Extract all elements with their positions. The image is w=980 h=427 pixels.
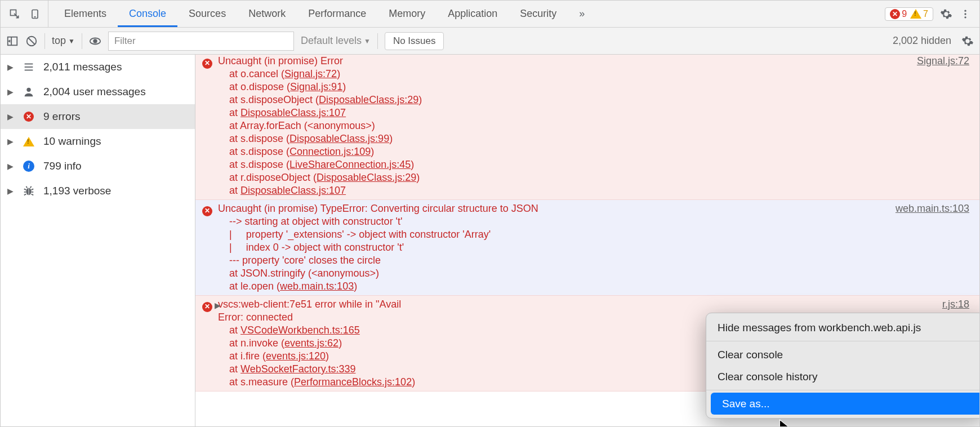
dropdown-triangle-icon: ▼ — [364, 37, 371, 45]
tab-performance[interactable]: Performance — [297, 1, 377, 27]
kebab-icon[interactable] — [959, 8, 972, 20]
stack-link[interactable]: DisposableClass.js:29 — [319, 94, 418, 105]
tab-label: Memory — [389, 8, 425, 20]
stack-link[interactable]: Signal.js:91 — [290, 81, 342, 92]
source-link[interactable]: Signal.js:72 — [917, 55, 969, 68]
svg-point-4 — [964, 13, 966, 15]
console-toolbar: top ▼ Default levels ▼ No Issues 2,002 h… — [1, 28, 979, 55]
user-icon — [22, 85, 35, 99]
tab-sources[interactable]: Sources — [177, 1, 237, 27]
tab-label: Performance — [308, 8, 366, 20]
warning-icon — [22, 135, 35, 148]
stack-link[interactable]: VSCodeWorkbench.ts:165 — [240, 324, 360, 336]
tab-memory[interactable]: Memory — [377, 1, 436, 27]
console-messages: ✕ Signal.js:72 Uncaught (in promise) Err… — [195, 55, 979, 426]
log-levels-selector[interactable]: Default levels ▼ — [301, 35, 371, 47]
stack-link[interactable]: DisposableClass.js:99 — [289, 133, 389, 144]
console-message-error[interactable]: ✕ Signal.js:72 Uncaught (in promise) Err… — [195, 55, 979, 200]
ctx-clear-console[interactable]: Clear console — [706, 344, 979, 366]
svg-point-5 — [964, 16, 966, 18]
stack-link[interactable]: WebSocketFactory.ts:339 — [240, 363, 355, 375]
sidebar-row-user-messages[interactable]: ▶ 2,004 user messages — [1, 79, 195, 104]
ctx-save-as[interactable]: Save as... — [711, 393, 979, 415]
no-issues-button[interactable]: No Issues — [385, 32, 444, 50]
svg-point-15 — [26, 88, 30, 92]
devtools-tabbar: Elements Console Sources Network Perform… — [1, 1, 979, 28]
expand-triangle-icon: ▶ — [7, 137, 14, 146]
menu-separator — [706, 341, 979, 341]
console-message-error[interactable]: ✕ web.main.ts:103 Uncaught (in promise) … — [195, 200, 979, 296]
tab-security[interactable]: Security — [509, 1, 568, 27]
gear-icon[interactable] — [940, 8, 952, 20]
context-selector[interactable]: top ▼ — [52, 35, 75, 47]
source-link[interactable]: web.main.ts:103 — [896, 202, 969, 215]
messages-icon — [22, 60, 35, 74]
clear-console-icon[interactable] — [25, 35, 38, 47]
stack-link[interactable]: DisposableClass.js:29 — [317, 172, 416, 183]
chevron-right-icon: » — [579, 8, 585, 20]
error-circle-icon: ✕ — [890, 9, 900, 19]
sidebar-row-errors[interactable]: ▶ ✕ 9 errors — [1, 104, 195, 129]
stack-link[interactable]: DisposableClass.js:107 — [240, 107, 346, 118]
inspect-icon[interactable] — [8, 8, 21, 20]
svg-line-9 — [29, 38, 35, 44]
bug-icon — [22, 184, 35, 198]
menu-separator — [706, 390, 979, 390]
source-link[interactable]: r.js:18 — [942, 298, 969, 311]
tab-network[interactable]: Network — [237, 1, 297, 27]
sidebar-label: 799 info — [43, 160, 82, 172]
console-sidebar: ▶ 2,011 messages ▶ 2,004 user messages ▶… — [1, 55, 195, 426]
tab-label: Application — [448, 8, 497, 20]
stack-link[interactable]: DisposableClass.js:107 — [240, 185, 346, 196]
tab-application[interactable]: Application — [436, 1, 509, 27]
levels-label: Default levels — [301, 35, 362, 47]
sidebar-label: 9 errors — [43, 110, 80, 123]
info-icon: i — [22, 159, 35, 173]
tab-label: Security — [520, 8, 556, 20]
sidebar-row-info[interactable]: ▶ i 799 info — [1, 154, 195, 179]
error-subtitle: Error: connected — [218, 312, 293, 323]
stack-link[interactable]: events.js:120 — [266, 350, 326, 362]
warning-count: 7 — [923, 9, 928, 19]
svg-point-3 — [964, 10, 966, 11]
tab-more[interactable]: » — [568, 1, 596, 27]
expand-triangle-icon: ▶ — [7, 63, 14, 72]
error-icon: ✕ — [202, 56, 212, 69]
sidebar-row-warnings[interactable]: ▶ 10 warnings — [1, 129, 195, 154]
tab-label: Sources — [189, 8, 226, 20]
tab-console[interactable]: Console — [118, 1, 177, 27]
sidebar-row-messages[interactable]: ▶ 2,011 messages — [1, 55, 195, 79]
sidebar-toggle-icon[interactable] — [6, 35, 19, 47]
stack-link[interactable]: Connection.js:109 — [289, 146, 371, 157]
stack-link[interactable]: events.js:62 — [284, 337, 338, 349]
expand-triangle-icon: ▶ — [7, 87, 14, 96]
console-settings-gear-icon[interactable] — [961, 35, 974, 47]
warning-triangle-icon — [910, 9, 921, 19]
expand-triangle-icon[interactable]: ▶ — [215, 299, 221, 312]
tab-elements[interactable]: Elements — [53, 1, 118, 27]
ctx-hide-messages[interactable]: Hide messages from workbench.web.api.js — [706, 317, 979, 339]
dropdown-triangle-icon: ▼ — [68, 37, 75, 45]
live-expression-icon[interactable] — [89, 35, 101, 47]
issue-badges[interactable]: ✕9 7 — [885, 7, 933, 21]
device-toggle-icon[interactable] — [29, 8, 41, 20]
stack-link[interactable]: LiveShareConnection.js:45 — [289, 159, 411, 170]
sidebar-row-verbose[interactable]: ▶ 1,193 verbose — [1, 179, 195, 203]
sidebar-label: 10 warnings — [43, 135, 101, 148]
tab-label: Elements — [64, 8, 106, 20]
filter-input[interactable] — [108, 32, 294, 51]
hidden-count[interactable]: 2,002 hidden — [893, 35, 955, 47]
stack-link[interactable]: PerformanceBlocks.js:102 — [294, 376, 412, 388]
error-title: Uncaught (in promise) TypeError: Convert… — [218, 203, 538, 214]
expand-triangle-icon: ▶ — [7, 186, 14, 195]
sidebar-label: 2,011 messages — [43, 61, 122, 73]
ctx-clear-history[interactable]: Clear console history — [706, 366, 979, 388]
error-title: Uncaught (in promise) Error — [218, 55, 343, 66]
error-icon: ✕ — [22, 110, 35, 123]
sidebar-label: 2,004 user messages — [43, 86, 146, 98]
stack-link[interactable]: web.main.ts:103 — [280, 281, 354, 292]
context-label: top — [52, 35, 66, 47]
stack-link[interactable]: Signal.js:72 — [284, 68, 337, 79]
expand-triangle-icon: ▶ — [7, 112, 14, 121]
svg-point-10 — [93, 39, 97, 43]
